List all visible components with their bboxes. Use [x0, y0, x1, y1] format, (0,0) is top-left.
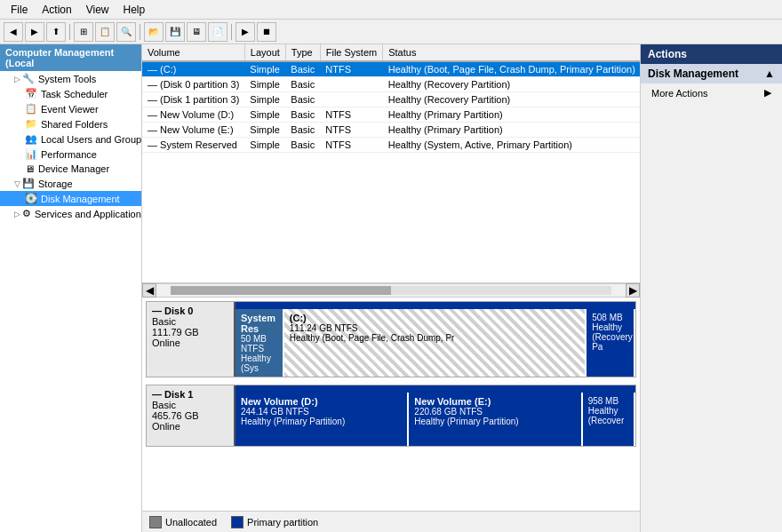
cell-type: Basic	[285, 123, 320, 138]
part-size: 508 MB	[592, 313, 628, 322]
cell-layout: Simple	[244, 92, 285, 107]
part-status: Healthy (Boot, Page File, Crash Dump, Pr	[290, 333, 579, 343]
partition-1-2[interactable]: 958 MB Healthy (Recover	[583, 393, 635, 446]
legend-label-primary: Primary partition	[247, 517, 318, 528]
partition-1-1[interactable]: New Volume (E:) 220.68 GB NTFS Healthy (…	[409, 393, 582, 446]
part-status: Healthy (Recover	[588, 406, 628, 425]
toolbar-sep3	[231, 24, 232, 40]
sidebar-item-shared-folders[interactable]: 📁 Shared Folders	[0, 116, 141, 131]
scroll-left-btn[interactable]: ◀	[142, 283, 156, 298]
toolbar-console[interactable]: 🖥	[187, 22, 206, 42]
table-row[interactable]: — (C:) Simple Basic NTFS Healthy (Boot, …	[142, 61, 640, 77]
actions-collapse-icon: ▲	[764, 67, 775, 80]
legend-bar: Unallocated Primary partition	[142, 511, 640, 532]
expand-icon: ▷	[14, 75, 20, 83]
part-name: (C:)	[290, 313, 579, 323]
volume-table-area[interactable]: Volume Layout Type File System Status — …	[142, 44, 640, 283]
actions-section-label: Disk Management	[648, 67, 738, 80]
cell-status: Healthy (Boot, Page File, Crash Dump, Pr…	[383, 61, 640, 77]
actions-item-more-label: More Actions	[651, 88, 708, 99]
toolbar-search[interactable]: 🔍	[116, 22, 136, 42]
cell-layout: Simple	[244, 123, 285, 138]
sidebar-item-performance[interactable]: 📊 Performance	[0, 147, 141, 162]
menu-help[interactable]: Help	[116, 2, 153, 18]
sidebar-label-disk-management: Disk Management	[41, 194, 120, 204]
table-row[interactable]: — New Volume (E:) Simple Basic NTFS Heal…	[142, 123, 640, 138]
local-users-icon: 👥	[25, 133, 37, 145]
part-size: 220.68 GB NTFS	[414, 407, 575, 417]
cell-volume: — (Disk 0 partition 3)	[142, 77, 244, 92]
disk-header-bar-0	[235, 302, 635, 309]
toolbar: ◀ ▶ ⬆ ⊞ 📋 🔍 📂 💾 🖥 📄 ▶ ⏹	[0, 20, 782, 44]
toolbar-up[interactable]: ⬆	[46, 22, 66, 42]
part-size: 244.14 GB NTFS	[241, 407, 402, 417]
menu-file[interactable]: File	[4, 2, 35, 18]
part-name: New Volume (E:)	[414, 396, 575, 407]
disk-row-1: — Disk 1 Basic 465.76 GB Online New Volu…	[146, 385, 636, 447]
sidebar-item-task-scheduler[interactable]: 📅 Task Scheduler	[0, 86, 141, 101]
partition-0-0[interactable]: System Res 50 MB NTFS Healthy (Sys	[235, 309, 284, 377]
table-row[interactable]: — New Volume (D:) Simple Basic NTFS Heal…	[142, 107, 640, 123]
cell-fs: NTFS	[320, 61, 382, 77]
toolbar-back[interactable]: ◀	[4, 22, 23, 42]
cell-layout: Simple	[244, 138, 285, 153]
part-size: 958 MB	[588, 396, 628, 406]
cell-status: Healthy (Primary Partition)	[383, 123, 640, 138]
scroll-thumb[interactable]	[171, 286, 391, 295]
cell-type: Basic	[285, 138, 320, 153]
toolbar-play[interactable]: ▶	[235, 22, 255, 42]
part-name: System Res	[241, 313, 277, 334]
cell-volume: — (Disk 1 partition 3)	[142, 92, 244, 107]
actions-section-disk-management[interactable]: Disk Management ▲	[641, 64, 782, 83]
performance-icon: 📊	[25, 148, 37, 160]
sidebar-item-local-users[interactable]: 👥 Local Users and Groups	[0, 131, 141, 147]
table-row[interactable]: — System Reserved Simple Basic NTFS Heal…	[142, 138, 640, 153]
partition-0-2[interactable]: 508 MB Healthy (Recovery Pa	[586, 309, 635, 377]
cell-type: Basic	[285, 107, 320, 123]
col-volume[interactable]: Volume	[142, 44, 244, 61]
storage-expand-icon: ▽	[14, 179, 20, 188]
part-size: 50 MB NTFS	[241, 334, 277, 353]
services-icon: ⚙	[22, 208, 31, 219]
col-status[interactable]: Status	[383, 44, 640, 61]
col-filesystem[interactable]: File System	[320, 44, 382, 61]
toolbar-stop[interactable]: ⏹	[257, 22, 276, 42]
sidebar-item-services[interactable]: ▷ ⚙ Services and Applications	[0, 206, 141, 221]
partition-1-0[interactable]: New Volume (D:) 244.14 GB NTFS Healthy (…	[235, 393, 409, 446]
scroll-track[interactable]	[171, 286, 611, 295]
col-type[interactable]: Type	[285, 44, 320, 61]
system-tools-icon: 🔧	[22, 73, 35, 84]
disk-partitions-row-1: New Volume (D:) 244.14 GB NTFS Healthy (…	[235, 393, 635, 446]
horizontal-scrollbar[interactable]: ◀ ▶	[142, 283, 640, 298]
sidebar-item-disk-management[interactable]: 💽 Disk Management	[0, 191, 141, 206]
volume-table: Volume Layout Type File System Status — …	[142, 44, 640, 153]
menu-view[interactable]: View	[79, 2, 116, 18]
sidebar-item-storage[interactable]: ▽ 💾 Storage	[0, 176, 141, 191]
menu-action[interactable]: Action	[35, 2, 78, 18]
toolbar-forward[interactable]: ▶	[25, 22, 44, 42]
cell-layout: Simple	[244, 107, 285, 123]
sidebar-item-system-tools[interactable]: ▷ 🔧 System Tools	[0, 71, 141, 86]
sidebar-item-event-viewer[interactable]: 📋 Event Viewer	[0, 101, 141, 116]
toolbar-save[interactable]: 💾	[165, 22, 185, 42]
toolbar-sep1	[69, 24, 70, 40]
table-row[interactable]: — (Disk 1 partition 3) Simple Basic Heal…	[142, 92, 640, 107]
toolbar-show-hide[interactable]: ⊞	[74, 22, 93, 42]
partition-0-1[interactable]: (C:) 111.24 GB NTFS Healthy (Boot, Page …	[284, 309, 586, 377]
scroll-right-btn[interactable]: ▶	[626, 283, 640, 298]
content-area: Volume Layout Type File System Status — …	[142, 44, 640, 532]
services-expand-icon: ▷	[14, 210, 20, 218]
part-status: Healthy (Primary Partition)	[241, 417, 402, 426]
part-name: New Volume (D:)	[241, 396, 402, 407]
toolbar-folder[interactable]: 📂	[144, 22, 164, 42]
actions-item-more[interactable]: More Actions ▶	[641, 83, 782, 102]
col-layout[interactable]: Layout	[244, 44, 285, 61]
toolbar-properties[interactable]: 📋	[95, 22, 115, 42]
sidebar-label-device-manager: Device Manager	[38, 163, 109, 174]
table-row[interactable]: — (Disk 0 partition 3) Simple Basic Heal…	[142, 77, 640, 92]
toolbar-new-window[interactable]: 📄	[208, 22, 227, 42]
sidebar-item-device-manager[interactable]: 🖥 Device Manager	[0, 162, 141, 176]
part-status: Healthy (Sys	[241, 353, 277, 373]
cell-fs: NTFS	[320, 107, 382, 123]
cell-fs: NTFS	[320, 123, 382, 138]
